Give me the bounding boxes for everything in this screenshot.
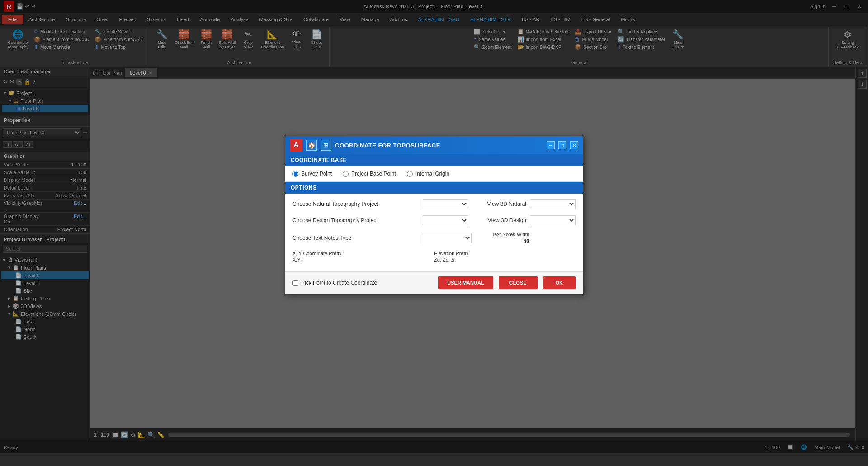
radio-survey-label: Survey Point [301, 171, 332, 177]
options-row-text-notes: Choose Text Notes Type Text Notes Width … [292, 232, 576, 244]
pick-point-label: Pick Point to Create Coordinate [301, 280, 377, 286]
btn-close[interactable]: CLOSE [499, 276, 538, 289]
modal-grid-icon[interactable]: ⊞ [321, 140, 331, 151]
modal-titlebar: A 🏠 ⊞ COORDINATE FOR TOPOSURFACE ─ □ ✕ [285, 136, 583, 154]
elev-prefix-section: Elevation Prefix Zd, Zo, Δ: [434, 251, 576, 262]
radio-internal-origin[interactable]: Internal Origin [407, 171, 449, 177]
natural-topo-select[interactable] [423, 199, 468, 209]
coord-prefix-row: X, Y Coordinate Prefix X,Y: Elevation Pr… [292, 251, 576, 262]
pick-point-checkbox-label[interactable]: Pick Point to Create Coordinate [292, 280, 377, 286]
main-layout: Open views manager ↻ ✕ 2 🔒 ? ▾ 📁 Project… [0, 67, 868, 441]
modal-options-header: OPTIONS [285, 182, 583, 194]
radio-project-input[interactable] [343, 171, 349, 177]
elev-prefix-value: Zd, Zo, Δ: [434, 257, 576, 262]
radio-internal-label: Internal Origin [415, 171, 449, 177]
modal-minimize-btn[interactable]: ─ [547, 141, 555, 149]
text-notes-right: Text Notes Width 40 [475, 232, 529, 244]
natural-topo-label: Choose Natural Topography Project [292, 201, 419, 207]
modal-close-btn[interactable]: ✕ [570, 141, 578, 149]
elev-prefix-label: Elevation Prefix [434, 251, 576, 256]
btn-ok[interactable]: OK [543, 276, 576, 289]
view-3d-natural-select[interactable] [530, 199, 576, 209]
modal-footer: Pick Point to Create Coordinate USER MAN… [285, 271, 583, 294]
xy-prefix-label: X, Y Coordinate Prefix [292, 251, 434, 256]
modal-logo: A [290, 139, 302, 152]
pick-point-checkbox[interactable] [292, 280, 298, 286]
xy-prefix-section: X, Y Coordinate Prefix X,Y: [292, 251, 434, 262]
view-3d-design-select[interactable] [530, 215, 576, 225]
design-topo-select[interactable] [423, 215, 468, 225]
modal-home-icon[interactable]: 🏠 [306, 140, 317, 151]
design-topo-right-label: View 3D Design [472, 217, 526, 223]
coordinate-modal: A 🏠 ⊞ COORDINATE FOR TOPOSURFACE ─ □ ✕ C… [285, 136, 583, 294]
btn-user-manual[interactable]: USER MANUAL [438, 276, 493, 289]
radio-project-label: Project Base Point [351, 171, 396, 177]
modal-coord-base-header: COORDINATE BASE [285, 154, 583, 166]
text-notes-select[interactable] [423, 233, 472, 243]
modal-restore-btn[interactable]: □ [558, 141, 566, 149]
options-row-design-topo: Choose Design Topography Project View 3D… [292, 215, 576, 225]
options-row-natural-topo: Choose Natural Topography Project View 3… [292, 199, 576, 209]
radio-internal-input[interactable] [407, 171, 413, 177]
modal-options-content: Choose Natural Topography Project View 3… [285, 194, 583, 271]
text-notes-width-label: Text Notes Width [475, 232, 529, 237]
text-notes-width-value: 40 [475, 238, 529, 244]
modal-radio-options: Survey Point Project Base Point Internal… [285, 166, 583, 182]
radio-project-base[interactable]: Project Base Point [343, 171, 396, 177]
text-notes-label: Choose Text Notes Type [292, 235, 419, 241]
natural-topo-right-label: View 3D Natural [472, 201, 526, 207]
radio-survey-point[interactable]: Survey Point [292, 171, 332, 177]
modal-overlay: A 🏠 ⊞ COORDINATE FOR TOPOSURFACE ─ □ ✕ C… [0, 0, 868, 466]
modal-title: COORDINATE FOR TOPOSURFACE [335, 142, 543, 149]
xy-prefix-value: X,Y: [292, 257, 434, 262]
radio-survey-input[interactable] [292, 171, 298, 177]
design-topo-label: Choose Design Topography Project [292, 217, 419, 223]
